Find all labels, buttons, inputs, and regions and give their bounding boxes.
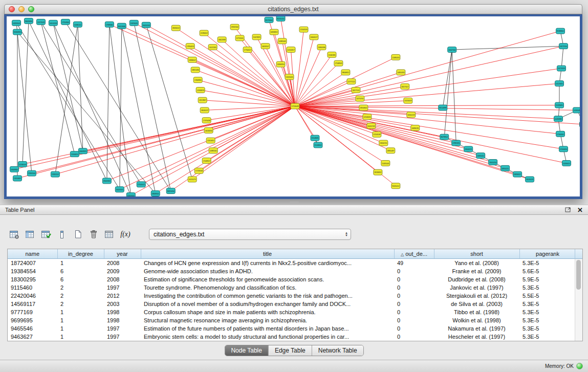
graph-node[interactable]: 15582381 (328, 52, 336, 58)
graph-node[interactable]: 16962096 (317, 45, 326, 50)
graph-edge[interactable] (16, 23, 32, 173)
graph-node[interactable]: 17160505 (556, 131, 565, 137)
graph-edge[interactable] (295, 30, 303, 106)
graph-node[interactable]: 12204108 (373, 132, 381, 137)
graph-node[interactable]: 16647344 (448, 47, 456, 53)
graph-edge[interactable] (17, 32, 156, 194)
graph-node[interactable]: 17505012 (137, 182, 145, 187)
graph-node[interactable]: 25260555 (70, 151, 79, 157)
graph-edge[interactable] (295, 37, 314, 106)
graph-node[interactable]: 16940910 (276, 61, 285, 67)
table-row[interactable]: 969969511998Structural magnetic resonanc… (8, 316, 576, 324)
graph-node[interactable]: 18694012 (513, 171, 522, 177)
graph-edge[interactable] (41, 22, 75, 154)
graph-node[interactable]: 18273744 (559, 43, 568, 49)
table-row[interactable]: 977716911998Corpus callosum shape and si… (8, 308, 576, 316)
graph-node[interactable]: 12106016 (363, 114, 372, 120)
graph-node[interactable]: 9415054 (166, 188, 175, 194)
graph-node[interactable]: 1322025 (285, 74, 294, 80)
graph-node[interactable]: 9012406 (117, 23, 126, 29)
graph-edge[interactable] (122, 26, 295, 106)
graph-node[interactable]: 16959503 (12, 20, 20, 26)
zoom-window-button[interactable] (28, 6, 34, 12)
graph-edge[interactable] (452, 50, 456, 143)
graph-node[interactable]: 17548505 (334, 60, 343, 66)
graph-edge[interactable] (295, 105, 559, 106)
column-header-pagerank[interactable]: pagerank (519, 249, 576, 259)
column-header-short[interactable]: short (434, 249, 519, 259)
table-row[interactable]: 1456911722003Disruption of a novel membe… (8, 300, 576, 308)
graph-node[interactable]: 18849505 (151, 191, 160, 196)
graph-node[interactable]: 12573143 (36, 19, 45, 25)
graph-node[interactable]: 20020505 (115, 187, 124, 192)
graph-node[interactable]: 18022838 (217, 37, 226, 42)
graph-node[interactable]: 18955497 (386, 148, 395, 154)
graph-node[interactable]: 18236916 (204, 127, 213, 133)
graph-node[interactable]: 9284935 (13, 29, 21, 35)
graph-node[interactable]: 8131014 (276, 16, 285, 21)
table-row[interactable]: 946554611997Estimation of the future num… (8, 324, 576, 333)
graph-node[interactable]: 16954125 (501, 165, 510, 171)
table-row[interactable]: 1830029562008Estimation of significance … (8, 275, 576, 283)
trash-icon[interactable] (86, 228, 101, 240)
graph-node[interactable]: 16122205 (208, 45, 217, 50)
graph-node[interactable]: 12939979 (196, 87, 205, 93)
table-row[interactable]: 1938455462009Genome-wide association stu… (8, 267, 576, 275)
graph-edge[interactable] (156, 106, 295, 194)
column-header-title[interactable]: title (141, 249, 394, 259)
graph-node[interactable]: 12201817 (287, 47, 295, 53)
column-icon[interactable] (55, 228, 69, 240)
graph-edge[interactable] (295, 55, 332, 106)
graph-edge[interactable] (29, 21, 107, 181)
table-row[interactable]: 911546021997Tourette syndrome. Phenomeno… (8, 283, 576, 292)
graph-node[interactable]: 9575904 (265, 17, 273, 23)
table-row[interactable]: 946362711997Embryonic stem cells: a mode… (8, 333, 576, 341)
graph-node[interactable]: 16513218 (49, 20, 57, 26)
graph-node[interactable]: 16055203 (142, 22, 150, 28)
function-builder-icon[interactable]: f(x) (118, 228, 133, 240)
divider-grip-icon[interactable] (290, 202, 299, 203)
graph-node[interactable]: 9245012 (391, 183, 400, 189)
graph-edge[interactable] (110, 25, 131, 195)
graph-node[interactable]: 18577017 (401, 84, 409, 90)
graph-node[interactable]: 14618107 (261, 43, 270, 49)
graph-edge[interactable] (295, 106, 493, 162)
graph-node[interactable]: 17991925 (452, 140, 461, 146)
graph-node[interactable]: 18164642 (359, 105, 368, 111)
graph-edge[interactable] (213, 47, 295, 106)
table-scrollbar-thumb[interactable] (576, 260, 581, 290)
network-window[interactable]: citations_edges.txt 17240491803001217854… (4, 4, 582, 199)
graph-node[interactable]: 12100454 (559, 146, 568, 152)
graph-edge[interactable] (55, 106, 295, 174)
graph-node[interactable]: 15148452 (314, 142, 322, 148)
graph-node[interactable]: 18044125 (464, 146, 473, 152)
graph-node[interactable]: 10770701 (356, 96, 364, 101)
graph-node[interactable]: 14123455 (555, 81, 564, 86)
graph-node[interactable]: 16155275 (188, 177, 197, 182)
graph-node[interactable]: 22280612 (200, 30, 208, 36)
graph-node[interactable]: 12620501 (126, 193, 135, 196)
graph-node[interactable]: 12753101 (235, 35, 244, 41)
combo-stepper-icon[interactable]: ▲▼ (345, 229, 348, 239)
table-selector[interactable]: citations_edges.txt ▲▼ (149, 229, 351, 240)
graph-node[interactable]: 19332564 (230, 24, 239, 30)
graph-node[interactable]: 18030137 (200, 107, 209, 113)
graph-edge[interactable] (134, 23, 171, 191)
graph-node[interactable]: 12485053 (391, 54, 400, 60)
graph-node[interactable]: 16606127 (310, 34, 318, 40)
graph-node[interactable]: 17049557 (202, 158, 211, 164)
graph-node[interactable]: 15491043 (381, 161, 390, 166)
column-header-in_degree[interactable]: in_degree (57, 249, 104, 259)
graph-node[interactable]: 9806812 (341, 70, 350, 75)
graph-node[interactable]: 16055709 (367, 123, 376, 129)
graph-node[interactable]: 17376438 (202, 118, 211, 123)
graph-node[interactable]: 915499 (439, 105, 447, 111)
graph-node[interactable]: 12610605 (13, 176, 21, 181)
graph-edge[interactable] (295, 81, 351, 106)
graph-edge[interactable] (16, 23, 120, 189)
graph-node[interactable]: 14165095 (573, 107, 580, 113)
network-canvas[interactable]: 1724049180300121785441322280612161222051… (7, 16, 580, 196)
graph-edge[interactable] (295, 86, 405, 106)
graph-node[interactable]: 19010254 (489, 160, 497, 165)
graph-node[interactable]: 18030012 (171, 25, 180, 31)
